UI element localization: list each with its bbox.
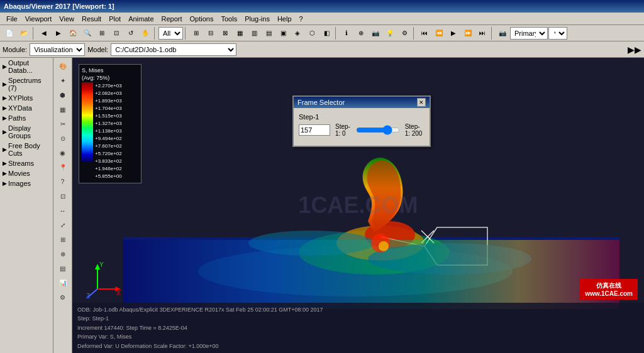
tb-icon8[interactable]: ◈	[291, 26, 304, 40]
tb-icon2[interactable]: ⊟	[204, 26, 218, 40]
home-button[interactable]: 🏠	[66, 26, 80, 40]
camera2-icon[interactable]: 📷	[496, 26, 509, 40]
target-icon[interactable]: ⊕	[354, 26, 368, 40]
expand-button[interactable]: ▶▶	[628, 43, 641, 57]
zoom-box-button[interactable]: ⊞	[95, 26, 109, 40]
menu-view[interactable]: View	[55, 14, 78, 23]
sidebar-item-freebody[interactable]: ▶ Free Body Cuts	[0, 141, 53, 158]
fwd-button[interactable]: ▶	[52, 26, 65, 40]
menu-report[interactable]: Report	[158, 14, 186, 23]
menu-plot[interactable]: Plot	[105, 14, 125, 23]
colorbar-legend: S, Mises (Avg: 75%) +2.270e+03 +2.082e+0…	[79, 64, 142, 183]
menu-file[interactable]: File	[3, 14, 21, 23]
frame-selector-dialog[interactable]: Frame Selector ✕ Step-1 Step-1: 0 Step-1…	[292, 95, 431, 147]
odb-line4: Primary Var: S, Mises	[77, 332, 323, 341]
info-icon[interactable]: ℹ	[340, 26, 353, 40]
section-icon[interactable]: ⊙	[55, 131, 70, 145]
model-select[interactable]: C:/Cut2D/Job-1.odb	[111, 43, 236, 56]
fit-button[interactable]: ⊡	[109, 26, 123, 40]
new-button[interactable]: 📄	[3, 26, 16, 40]
play-first[interactable]: ⏮	[418, 26, 431, 40]
back-button[interactable]: ◀	[37, 26, 51, 40]
display-icon[interactable]: ⊞	[55, 232, 70, 246]
menu-viewport[interactable]: Viewport	[21, 14, 56, 23]
secondary-select[interactable]: ▼	[548, 27, 567, 40]
sidebar-item-displaygroups[interactable]: ▶ Display Groups	[0, 123, 53, 141]
contour-icon[interactable]: 🎨	[55, 59, 70, 73]
viewport[interactable]: Viewport: 1	[72, 58, 644, 353]
symbol-icon[interactable]: ✦	[55, 73, 70, 87]
camera-icon[interactable]: 📷	[369, 26, 382, 40]
sep6	[491, 27, 494, 40]
icon-toolbar: 🎨 ✦ ⬢ ▦ ✂ ⊙ ◉ 📍 ? ⊡ ↔ ⤢ ⊞ ⊕ ▤ 📊 ⚙	[53, 58, 72, 353]
model-label: Model:	[87, 46, 108, 53]
toolbar1: 📄 📂 ◀ ▶ 🏠 🔍 ⊞ ⊡ ↺ ✋ All ⊞ ⊟ ⊠ ▦ ▥ ▤ ▣ ◈ …	[0, 25, 644, 41]
tb-icon4[interactable]: ▦	[233, 26, 247, 40]
misc-icon[interactable]: ⚙	[55, 290, 70, 304]
query-icon[interactable]: ?	[55, 175, 70, 188]
sep3	[185, 27, 187, 40]
rotate-button[interactable]: ↺	[124, 26, 138, 40]
view-cut-icon[interactable]: ⊡	[55, 189, 70, 203]
menu-result[interactable]: Result	[78, 14, 105, 23]
zoom-button[interactable]: 🔍	[80, 26, 94, 40]
field-icon[interactable]: ▤	[55, 261, 70, 275]
setting2-icon[interactable]: ⚙	[397, 26, 411, 40]
tb-icon7[interactable]: ▣	[276, 26, 290, 40]
frame-selector-close[interactable]: ✕	[417, 98, 426, 107]
sep2	[154, 27, 157, 40]
frame-slider[interactable]	[356, 125, 400, 135]
cut-icon[interactable]: ✂	[55, 117, 70, 131]
tb-icon6[interactable]: ▤	[262, 26, 275, 40]
probe-icon[interactable]: 📍	[55, 160, 70, 174]
transform-icon[interactable]: ⤢	[55, 218, 70, 232]
play-next[interactable]: ⏩	[461, 26, 475, 40]
arrow-icon[interactable]: ↔	[55, 204, 70, 217]
menu-plugins[interactable]: Plug-ins	[241, 14, 274, 23]
tb-icon9[interactable]: ⬡	[305, 26, 319, 40]
tb-icon1[interactable]: ⊞	[189, 26, 203, 40]
step-max-label: Step-1: 200	[405, 123, 425, 137]
sidebar-item-images[interactable]: ▶ Images	[0, 178, 53, 188]
menu-help[interactable]: Help	[274, 14, 296, 23]
play-button[interactable]: ▶	[447, 26, 460, 40]
play-last[interactable]: ⏭	[475, 26, 489, 40]
menu-options[interactable]: Options	[186, 14, 218, 23]
sidebar-item-movies[interactable]: ▶ Movies	[0, 168, 53, 178]
light-icon[interactable]: 💡	[383, 26, 397, 40]
menu-question[interactable]: ?	[296, 14, 307, 23]
menu-tools[interactable]: Tools	[217, 14, 241, 23]
group-icon[interactable]: ▦	[55, 102, 70, 116]
sidebar-item-streams[interactable]: ▶ Streams	[0, 158, 53, 168]
path-icon[interactable]: ⬢	[55, 88, 70, 102]
statusbar: ODB: Job-1.odb Abaqus/Explicit 3DEXPERIE…	[72, 303, 644, 353]
pan-button[interactable]: ✋	[138, 26, 152, 40]
frame-selector-titlebar[interactable]: Frame Selector ✕	[294, 97, 430, 108]
tb-icon5[interactable]: ▥	[247, 26, 261, 40]
sidebar-item-xydata[interactable]: ▶ XYData	[0, 103, 53, 113]
selection-filter[interactable]: All	[158, 27, 183, 40]
module-select[interactable]: Visualization	[30, 43, 85, 56]
sidebar-item-results[interactable]: ▶ Output Datab...	[0, 58, 53, 75]
coordinate-system: Y X Z	[85, 261, 123, 300]
svg-text:X: X	[116, 290, 121, 296]
sidebar-item-paths[interactable]: ▶ Paths	[0, 113, 53, 123]
sep4	[335, 27, 338, 40]
frame-input[interactable]	[299, 124, 330, 136]
odb-line6: Status Var: STATUS	[77, 350, 323, 353]
title-text: Abaqus/Viewer 2017 [Viewport: 1]	[4, 3, 114, 10]
sensor-icon[interactable]: ◉	[55, 146, 70, 160]
odb-line5: Deformed Var: U Deformation Scale Factor…	[77, 342, 323, 350]
tb-icon3[interactable]: ⊠	[218, 26, 232, 40]
axes-svg: Y X Z	[85, 261, 123, 298]
status-odb-info: ODB: Job-1.odb Abaqus/Explicit 3DEXPERIE…	[77, 305, 323, 350]
play-prev[interactable]: ⏪	[432, 26, 446, 40]
sidebar-item-xyplots[interactable]: ▶ XYPlots	[0, 93, 53, 103]
sidebar-item-spectrums[interactable]: ▶ Spectrums (7)	[0, 75, 53, 93]
tb-icon10[interactable]: ◧	[319, 26, 333, 40]
orient-icon[interactable]: ⊕	[55, 247, 70, 261]
primary-select[interactable]: Primary	[510, 27, 548, 40]
open-button[interactable]: 📂	[17, 26, 31, 40]
menu-animate[interactable]: Animate	[125, 14, 157, 23]
odb-icon[interactable]: 📊	[55, 276, 70, 290]
